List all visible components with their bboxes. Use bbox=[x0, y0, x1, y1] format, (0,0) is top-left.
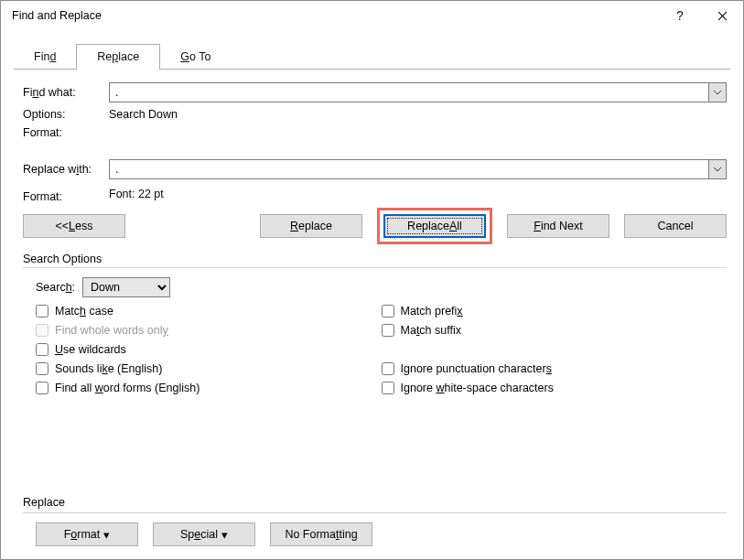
options-label: Options: bbox=[23, 108, 109, 121]
less-button[interactable]: << Less bbox=[23, 214, 125, 238]
match-case-checkbox[interactable]: Match case bbox=[36, 305, 382, 318]
format-menu-button[interactable]: Format▾ bbox=[36, 522, 138, 546]
search-direction-label: Search: bbox=[36, 281, 75, 294]
find-what-field[interactable] bbox=[109, 82, 727, 102]
whole-words-checkbox: Find whole words only bbox=[36, 324, 382, 337]
close-icon bbox=[717, 11, 728, 21]
format2-label: Format: bbox=[23, 185, 109, 203]
replace-all-button[interactable]: Replace All bbox=[383, 214, 486, 238]
replace-format-legend: Replace bbox=[23, 492, 727, 513]
find-what-label: Find what: bbox=[23, 86, 109, 99]
match-prefix-checkbox[interactable]: Match prefix bbox=[382, 305, 728, 318]
special-menu-button[interactable]: Special▾ bbox=[153, 522, 255, 546]
chevron-down-icon bbox=[714, 167, 721, 172]
use-wildcards-checkbox[interactable]: Use wildcards bbox=[36, 343, 382, 356]
highlight-replace-all: Replace All bbox=[377, 208, 492, 244]
word-forms-checkbox[interactable]: Find all word forms (English) bbox=[36, 382, 382, 394]
replace-with-dropdown[interactable] bbox=[708, 159, 727, 179]
replace-with-label: Replace with: bbox=[23, 163, 109, 176]
search-direction-select[interactable]: Down bbox=[82, 277, 170, 297]
find-what-input[interactable] bbox=[109, 82, 709, 102]
ignore-punctuation-checkbox[interactable]: Ignore punctuation characters bbox=[382, 362, 728, 375]
replace-format-section: Replace Format▾ Special▾ No Formatting bbox=[1, 492, 743, 559]
tab-find[interactable]: Find bbox=[14, 45, 76, 70]
format-label: Format: bbox=[23, 126, 109, 139]
replace-with-field[interactable] bbox=[109, 159, 727, 179]
cancel-button[interactable]: Cancel bbox=[624, 214, 727, 238]
replace-button[interactable]: Replace bbox=[260, 214, 362, 238]
search-options-legend: Search Options bbox=[23, 247, 727, 268]
sounds-like-checkbox[interactable]: Sounds like (English) bbox=[36, 362, 382, 375]
no-formatting-button[interactable]: No Formatting bbox=[270, 522, 372, 546]
replace-with-input[interactable] bbox=[109, 159, 709, 179]
window-title: Find and Replace bbox=[12, 9, 659, 22]
tab-goto[interactable]: Go To bbox=[160, 45, 231, 70]
match-suffix-checkbox[interactable]: Match suffix bbox=[382, 324, 728, 337]
tab-strip: Find Replace Go To bbox=[1, 30, 743, 70]
ignore-whitespace-checkbox[interactable]: Ignore white-space characters bbox=[382, 382, 728, 394]
format2-value: Font: 22 pt bbox=[109, 188, 727, 200]
chevron-down-icon bbox=[714, 91, 721, 95]
tab-replace[interactable]: Replace bbox=[76, 44, 160, 70]
find-what-dropdown[interactable] bbox=[708, 82, 727, 102]
options-value: Search Down bbox=[109, 108, 727, 121]
dialog-find-and-replace: Find and Replace ? Find Replace Go To Fi… bbox=[0, 0, 744, 560]
close-button[interactable] bbox=[701, 1, 743, 30]
help-button[interactable]: ? bbox=[659, 1, 701, 30]
button-row: << Less Replace Replace All Find Next Ca… bbox=[1, 207, 743, 243]
find-next-button[interactable]: Find Next bbox=[507, 214, 609, 238]
form-area: Find what: Options: Search Down Format: … bbox=[1, 70, 743, 207]
titlebar: Find and Replace ? bbox=[1, 1, 743, 30]
search-options-section: Search Options Search: Down Match case M… bbox=[1, 243, 743, 394]
